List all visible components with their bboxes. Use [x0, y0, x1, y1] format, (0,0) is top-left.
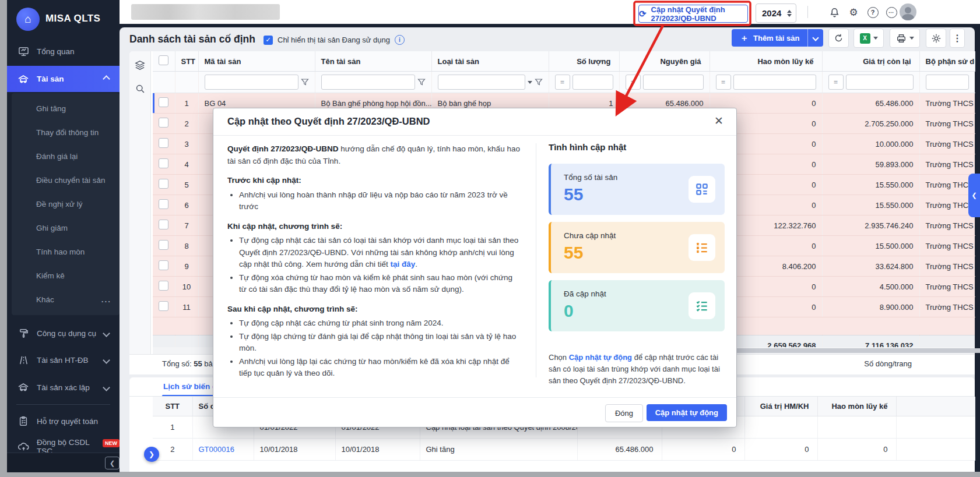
user-avatar[interactable] [900, 3, 916, 20]
funnel-icon[interactable] [535, 78, 543, 86]
filter-input[interactable] [926, 75, 969, 90]
fiscal-year-spinner[interactable]: 2024 [756, 3, 796, 23]
sidebar-collapse-button[interactable]: ❮ [105, 457, 120, 469]
row-checkbox[interactable] [159, 281, 168, 291]
equals-operator[interactable]: = [716, 75, 731, 90]
funnel-icon[interactable] [301, 78, 309, 86]
sidebar: ⌂ MISA QLTS Tổng quan Tài sản Ghi tăngTh… [7, 0, 120, 472]
expand-panel-button[interactable]: ❯ [144, 447, 159, 462]
row-checkbox[interactable] [159, 199, 168, 209]
chevron-up-icon [103, 75, 110, 83]
spinner-arrows-icon[interactable] [787, 10, 792, 17]
more-menu-button[interactable]: ⋮ [950, 29, 965, 48]
filter-row: = = = = [153, 72, 975, 93]
sidebar-subitem[interactable]: Điều chuyển tài sản [12, 168, 120, 192]
modal-title: Cập nhật theo Quyết định 27/2023/QĐ-UBND [227, 116, 430, 127]
app-logo-icon: ⌂ [16, 8, 40, 31]
sidebar-subitem[interactable]: Kiểm kê [12, 264, 120, 288]
section-heading: Trước khi cập nhật: [227, 175, 522, 187]
filter-input[interactable] [572, 75, 613, 90]
row-checkbox[interactable] [159, 301, 168, 311]
close-button[interactable]: Đóng [605, 404, 643, 422]
voucher-link[interactable]: GT000016 [199, 445, 234, 454]
print-button[interactable] [890, 29, 920, 48]
row-checkbox[interactable] [159, 179, 168, 189]
add-asset-dropdown[interactable] [807, 29, 823, 47]
row-checkbox[interactable] [159, 158, 168, 168]
sidebar-subitem[interactable]: Tính hao mòn [12, 240, 120, 264]
filter-input[interactable] [846, 75, 914, 90]
equals-operator[interactable]: = [555, 75, 570, 90]
auto-update-button[interactable]: Cập nhật tự động [647, 404, 727, 421]
notifications-bell-icon[interactable] [828, 6, 841, 19]
filter-input[interactable] [733, 75, 816, 90]
dropdown-caret-icon[interactable] [528, 81, 532, 84]
side-panel-toggle[interactable]: ❮ [968, 174, 980, 217]
filter-select[interactable] [438, 75, 525, 90]
sidebar-item-overview[interactable]: Tổng quan [7, 39, 120, 63]
sidebar-subitem[interactable]: Thay đổi thông tin [12, 121, 120, 144]
row-checkbox[interactable] [159, 97, 168, 107]
add-asset-button[interactable]: ＋Thêm tài sản [732, 29, 823, 47]
sidebar-item-ht-db[interactable]: Tài sản HT-ĐB [7, 348, 120, 372]
rows-per-page-label: Số dòng/trang [846, 359, 912, 368]
modal-divider [536, 143, 536, 377]
asset-house-icon [17, 381, 29, 393]
filter-input[interactable] [205, 75, 298, 90]
settings-gear-icon[interactable]: ⚙ [847, 6, 860, 19]
bullet-item: Tự động xóa chứng từ hao mòn và kiểm kê … [239, 272, 522, 296]
tab-history[interactable]: Lịch sử biến đ [163, 382, 217, 391]
stat-card-total: Tổng số tài sản 55 [549, 164, 725, 215]
row-checkbox[interactable] [159, 240, 168, 250]
update-decision-modal: Cập nhật theo Quyết định 27/2023/QĐ-UBND… [213, 108, 737, 427]
row-checkbox[interactable] [159, 220, 168, 229]
clipboard-icon [17, 415, 29, 427]
search-icon[interactable] [134, 83, 146, 94]
info-icon[interactable]: i [395, 35, 405, 45]
reload-button[interactable] [828, 29, 849, 48]
checked-checkbox[interactable]: ✓ [264, 36, 273, 45]
sidebar-item-assets[interactable]: Tài sản [7, 66, 120, 92]
kebab-icon: ⋮ [953, 33, 962, 44]
section-heading: Sau khi cập nhật, chương trình sẽ: [227, 303, 522, 316]
sidebar-subitem[interactable]: Ghi tăng [12, 97, 120, 121]
bullet-item: Tự động lập chứng từ đánh giá lại để cập… [239, 331, 522, 355]
select-all-checkbox[interactable] [159, 55, 168, 65]
row-checkbox[interactable] [159, 260, 168, 270]
sidebar-subitem[interactable]: Đề nghị xử lý [12, 192, 120, 216]
equals-operator[interactable]: = [828, 75, 844, 90]
sidebar-subitem[interactable]: Đánh giá lại [12, 144, 120, 168]
equals-operator[interactable]: = [626, 75, 641, 90]
filter-input[interactable] [321, 75, 415, 90]
layers-icon[interactable] [134, 59, 146, 71]
export-excel-button[interactable]: X [853, 29, 884, 48]
topbar-divider [807, 6, 808, 18]
update-decision-button[interactable]: ⟳ Cập nhật Quyết định 27/2023/QĐ-UBND [638, 5, 748, 23]
modal-link[interactable]: tại đây [391, 260, 416, 268]
sidebar-item-xac-lap[interactable]: Tài sản xác lập [7, 375, 120, 400]
bullet-item: Anh/chị vui lòng hoàn thành nhập dữ liệu… [239, 189, 522, 213]
filter-input[interactable] [643, 75, 704, 90]
close-icon[interactable]: ✕ [714, 114, 723, 128]
sidebar-item-tools[interactable]: Công cụ dụng cụ [7, 321, 120, 345]
roller-icon [17, 327, 29, 339]
filter-using-toggle: ✓ Chỉ hiển thị tài sản Đang sử dụng i [264, 35, 405, 45]
unchecked-list-icon [689, 234, 715, 261]
row-checkbox[interactable] [159, 118, 168, 128]
sidebar-subitem[interactable]: Ghi giảm [12, 216, 120, 240]
chevron-down-icon [103, 356, 110, 364]
more-dots-icon[interactable]: ... [101, 295, 111, 304]
row-checkbox[interactable] [159, 138, 168, 148]
sidebar-subitem[interactable]: Khác... [12, 288, 120, 312]
sidebar-submenu: Ghi tăngThay đổi thông tinĐánh giá lạiĐi… [12, 93, 120, 315]
sidebar-item-ho-tro[interactable]: Hỗ trợ quyết toán [7, 409, 120, 433]
dashboard-icon [17, 45, 29, 57]
help-icon[interactable]: ? [866, 6, 879, 19]
modal-link[interactable]: Cập nhật tự động [569, 353, 632, 362]
grid-settings-button[interactable] [926, 29, 946, 48]
history-row[interactable]: 2GT00001610/01/201810/01/2018Ghi tăng65.… [153, 439, 975, 461]
more-options-icon[interactable]: ⋯ [885, 6, 898, 19]
funnel-icon[interactable] [417, 78, 426, 86]
gear-icon [931, 33, 942, 44]
section-heading: Khi cập nhật, chương trình sẽ: [227, 221, 522, 233]
